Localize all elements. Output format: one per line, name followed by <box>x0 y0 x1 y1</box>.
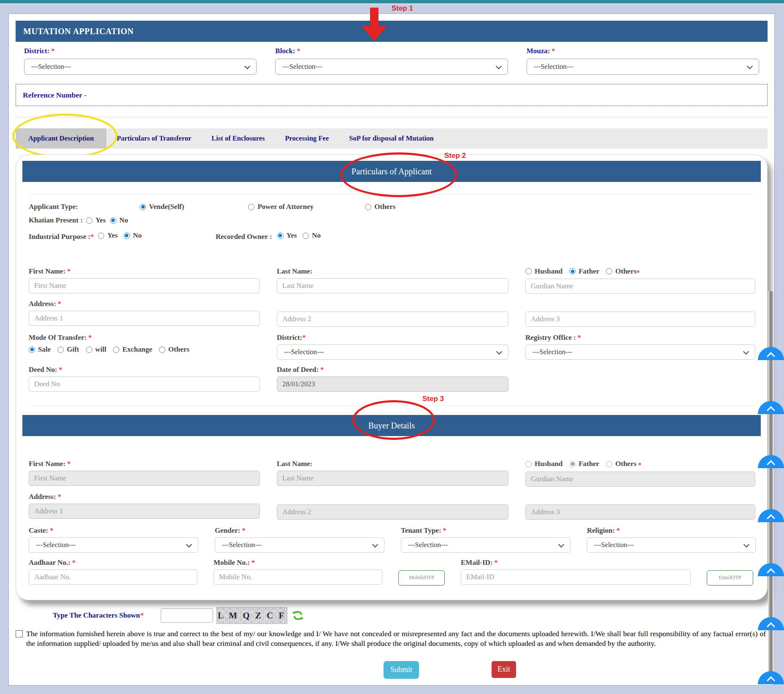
mouza-select[interactable]: ---Selection--- <box>527 59 759 75</box>
tab-particulars-of-transferor[interactable]: Particulars of Transferor <box>106 128 201 149</box>
tab-processing-fee[interactable]: Processing Fee <box>275 128 339 149</box>
tab-applicant-description[interactable]: Applicant Description <box>16 128 106 149</box>
recorded-owner-group: Recorded Owner : Yes No <box>216 231 321 241</box>
radio-icon[interactable] <box>29 347 35 353</box>
buyer-address1-input[interactable] <box>29 504 260 519</box>
buyer-last-name-input[interactable] <box>277 471 508 486</box>
radio-option-vende-self[interactable]: Vende(Self) <box>140 203 184 211</box>
relation-others-radio[interactable]: Others <box>606 267 636 276</box>
mode-will-radio[interactable]: will <box>86 345 106 354</box>
mode-exchange-radio[interactable]: Exchange <box>113 345 152 354</box>
buyer-address3-input[interactable] <box>525 504 755 520</box>
radio-icon[interactable] <box>159 347 165 353</box>
tenant-type-select[interactable]: ---Selection--- <box>401 537 570 553</box>
buyer-relation-others-radio[interactable]: Others <box>606 460 636 468</box>
mode-others-radio[interactable]: Others <box>159 345 189 354</box>
captcha-input[interactable] <box>161 608 213 623</box>
radio-icon[interactable] <box>525 268 532 274</box>
mobile-label: Mobile No.: <box>214 558 250 567</box>
recorded-no-radio[interactable]: No <box>303 231 321 240</box>
declaration-text: The information furnished herein above i… <box>26 629 766 648</box>
radio-icon[interactable] <box>98 233 104 239</box>
registry-office-field: Registry Office :* ---Selection--- <box>525 333 755 360</box>
step1-arrow-icon <box>370 8 378 26</box>
gender-select[interactable]: ---Selection--- <box>215 537 384 553</box>
industrial-no-radio[interactable]: No <box>124 231 142 240</box>
radio-icon[interactable] <box>86 347 92 353</box>
submit-button[interactable]: Submit <box>384 661 419 679</box>
radio-icon[interactable] <box>110 217 116 224</box>
required-mark: * <box>295 47 300 54</box>
required-mark: * <box>87 334 92 341</box>
radio-icon[interactable] <box>86 217 92 224</box>
radio-label: Yes <box>95 216 106 225</box>
religion-field: Religion:* ---Selection--- <box>587 526 756 553</box>
chevron-down-icon <box>496 349 502 355</box>
radio-icon[interactable] <box>606 268 612 274</box>
radio-icon[interactable] <box>277 233 284 239</box>
email-otp-button[interactable]: EmailOTP <box>707 570 753 586</box>
radio-icon[interactable] <box>140 204 146 210</box>
deed-no-input[interactable] <box>29 377 260 392</box>
deed-date-input[interactable] <box>277 377 508 392</box>
caste-select[interactable]: ---Selection--- <box>29 537 198 553</box>
mode-sale-radio[interactable]: Sale <box>29 345 51 354</box>
mobile-input[interactable] <box>214 569 382 585</box>
radio-icon[interactable] <box>57 347 64 353</box>
buyer-last-name-label: Last Name: <box>277 460 313 468</box>
relation-husband-radio[interactable]: Husband <box>525 267 562 276</box>
buyer-relation-father-radio[interactable]: Father <box>569 460 599 468</box>
buyer-relation-husband-radio[interactable]: Husband <box>525 460 562 468</box>
required-mark: * <box>615 527 620 534</box>
khatian-no-radio[interactable]: No <box>110 216 128 225</box>
mobile-field: Mobile No.:* <box>214 558 382 586</box>
tab-list-of-enclosures[interactable]: List of Enclosures <box>201 128 275 149</box>
guardian-name-input[interactable] <box>525 279 755 294</box>
khatian-yes-radio[interactable]: Yes <box>86 216 106 225</box>
first-name-input[interactable] <box>29 278 260 293</box>
buyer-first-name-input[interactable] <box>29 471 260 486</box>
gender-field: Gender:* ---Selection--- <box>215 526 384 553</box>
radio-icon[interactable] <box>569 461 576 467</box>
radio-icon[interactable] <box>365 204 371 210</box>
last-name-input[interactable] <box>277 278 508 293</box>
buyer-address1-field: Address:* <box>29 493 260 520</box>
block-select[interactable]: ---Selection--- <box>275 59 508 75</box>
radio-icon[interactable] <box>606 461 612 467</box>
radio-icon[interactable] <box>248 204 254 210</box>
address2-input[interactable] <box>277 312 508 327</box>
radio-icon[interactable] <box>525 461 532 467</box>
divider <box>29 194 754 194</box>
divider <box>16 117 768 117</box>
required-mark: * <box>70 559 76 566</box>
radio-icon[interactable] <box>569 268 576 274</box>
recorded-yes-radio[interactable]: Yes <box>277 231 297 240</box>
captcha-refresh-icon[interactable] <box>292 609 304 622</box>
radio-label: Husband <box>535 267 562 276</box>
required-mark: * <box>90 233 94 240</box>
registry-office-select[interactable]: ---Selection--- <box>525 344 755 360</box>
exit-button[interactable]: Exit <box>492 661 516 678</box>
radio-icon[interactable] <box>113 347 119 353</box>
radio-option-power-of-attorney[interactable]: Power of Attorney <box>248 203 314 211</box>
deed-district-select[interactable]: ---Selection--- <box>277 344 508 360</box>
tab-sop-for-disposal[interactable]: SoP for disposal of Mutation <box>339 128 443 149</box>
buyer-address2-input[interactable] <box>277 504 508 520</box>
religion-select[interactable]: ---Selection--- <box>587 537 756 553</box>
buyer-guardian-name-input[interactable] <box>525 472 755 487</box>
applicant-section-header: Particulars of Applicant <box>22 161 761 182</box>
required-mark: * <box>441 527 446 534</box>
radio-option-others[interactable]: Others <box>365 203 395 211</box>
address1-input[interactable] <box>29 311 260 326</box>
relation-father-radio[interactable]: Father <box>569 267 599 276</box>
radio-icon[interactable] <box>303 233 309 239</box>
industrial-yes-radio[interactable]: Yes <box>98 231 118 240</box>
mobile-otp-button[interactable]: MobileOTP <box>398 570 445 586</box>
address3-input[interactable] <box>525 312 755 327</box>
mode-gift-radio[interactable]: Gift <box>57 345 79 354</box>
email-input[interactable] <box>461 569 691 585</box>
declaration-checkbox[interactable] <box>16 630 23 637</box>
radio-icon[interactable] <box>124 233 130 239</box>
district-select[interactable]: ---Selection--- <box>24 59 257 75</box>
aadhaar-input[interactable] <box>29 569 197 585</box>
